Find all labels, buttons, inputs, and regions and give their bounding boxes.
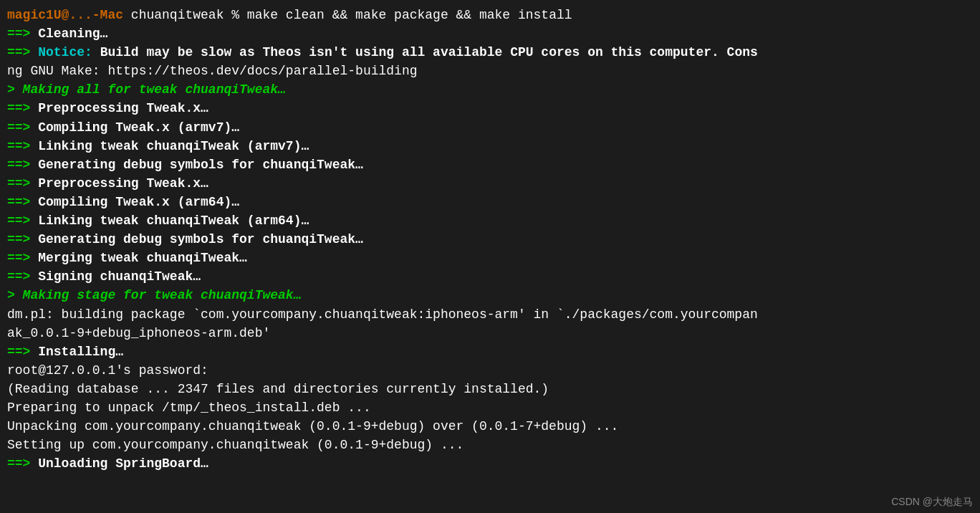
terminal-line: Preparing to unpack /tmp/_theos_install.… [7, 398, 973, 417]
terminal-line: dm.pl: building package `com.yourcompany… [7, 305, 973, 324]
terminal-line: ng GNU Make: https://theos.dev/docs/para… [7, 62, 973, 80]
terminal-line: ==> Preprocessing Tweak.x… [7, 99, 973, 118]
terminal-window: magic1U@...-Mac chuanqitweak % make clea… [0, 0, 980, 513]
terminal-line: ==> Merging tweak chuanqiTweak… [7, 249, 973, 267]
terminal-line: ==> Signing chuanqiTweak… [7, 267, 973, 286]
terminal-line: magic1U@...-Mac chuanqitweak % make clea… [7, 6, 973, 24]
terminal-line: ==> Linking tweak chuanqiTweak (armv7)… [7, 137, 973, 155]
terminal-line: ==> Compiling Tweak.x (arm64)… [7, 193, 973, 211]
terminal-line: ==> Installing… [7, 342, 973, 361]
terminal-line: ==> Notice: Build may be slow as Theos i… [7, 43, 973, 62]
terminal-line: ==> Preprocessing Tweak.x… [7, 174, 973, 193]
watermark: CSDN @大炮走马 [891, 496, 973, 509]
terminal-line: Setting up com.yourcompany.chuanqitweak … [7, 436, 973, 454]
terminal-line: root@127.0.0.1's password: [7, 361, 973, 380]
terminal-line: Unpacking com.yourcompany.chuanqitweak (… [7, 417, 973, 436]
terminal-line: ak_0.0.1-9+debug_iphoneos-arm.deb' [7, 324, 973, 342]
terminal-line: ==> Cleaning… [7, 24, 973, 43]
terminal-line: ==> Generating debug symbols for chuanqi… [7, 155, 973, 174]
terminal-line: > Making stage for tweak chuanqiTweak… [7, 286, 973, 305]
terminal-line: (Reading database ... 2347 files and dir… [7, 380, 973, 398]
terminal-line: ==> Compiling Tweak.x (armv7)… [7, 118, 973, 137]
terminal-line: ==> Unloading SpringBoard… [7, 454, 973, 473]
terminal-line: > Making all for tweak chuanqiTweak… [7, 80, 973, 99]
terminal-line: ==> Generating debug symbols for chuanqi… [7, 230, 973, 249]
terminal-line: ==> Linking tweak chuanqiTweak (arm64)… [7, 211, 973, 230]
